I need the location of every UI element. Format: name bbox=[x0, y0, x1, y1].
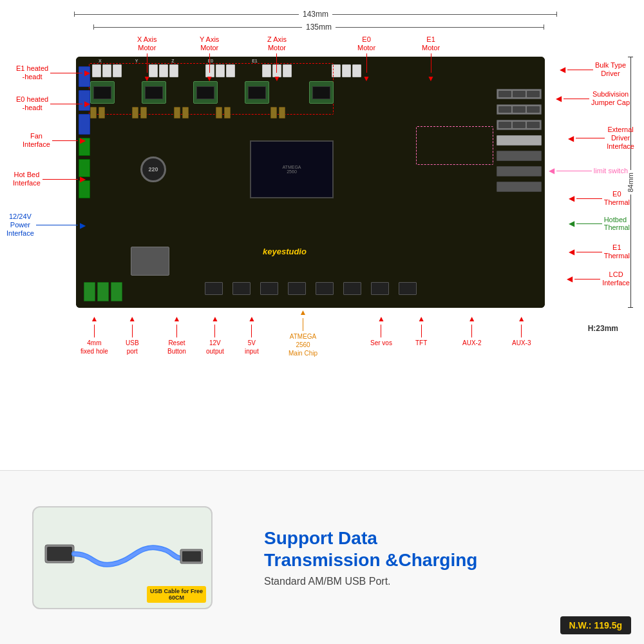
pcb-board: X Y Z E0 E1 bbox=[76, 57, 545, 308]
annotation-e1-thermal: E1Thermal ◀ bbox=[569, 243, 630, 260]
annotation-aux2: ▲ AUX-2 bbox=[462, 314, 481, 347]
main-container: 143mm 135mm X Y Z E0 E1 bbox=[0, 0, 644, 644]
bottom-section: USB Cable for Free60CM Support DataTrans… bbox=[0, 470, 644, 644]
annotation-hotbed-thermal: HotbedThermal ◀ bbox=[569, 216, 630, 231]
annotation-e0-heated: E0 heated-headt ▶ bbox=[16, 95, 90, 112]
annotation-y-motor: Y AxisMotor ▼ bbox=[200, 35, 219, 83]
dimension-h23: H:23mm bbox=[588, 322, 618, 334]
annotation-5v-in: ▲ 5Vinput bbox=[245, 314, 259, 355]
annotation-lcd: LCDInterface ◀ bbox=[567, 270, 630, 287]
annotation-e1-motor: E1Motor ▼ bbox=[422, 35, 440, 83]
annotation-limit-switch: limit switch ◀ bbox=[549, 166, 628, 175]
support-subtitle: Standard AM/BM USB Port. bbox=[264, 576, 625, 587]
annotation-power: 12/24VPowerInterface ▶ bbox=[6, 213, 86, 238]
dimension-143mm: 143mm bbox=[74, 10, 557, 19]
annotation-aux3: ▲ AUX-3 bbox=[512, 314, 531, 347]
annotation-reset-btn: ▲ ResetButton bbox=[167, 314, 186, 355]
annotation-hotbed: Hot BedInterface ▶ bbox=[13, 171, 86, 187]
annotation-e0-motor: E0Motor ▼ bbox=[357, 35, 375, 83]
svg-rect-3 bbox=[182, 551, 201, 562]
svg-rect-1 bbox=[47, 547, 72, 561]
dim-143-label: 143mm bbox=[299, 10, 332, 19]
annotation-e0-thermal: E0Thermal ◀ bbox=[569, 190, 630, 207]
annotation-ext-driver: ExternalDriverInterface ◀ bbox=[568, 126, 634, 151]
annotation-x-motor: X AxisMotor ▼ bbox=[137, 35, 157, 83]
usb-section: USB Cable for Free60CM bbox=[0, 471, 245, 644]
annotation-e1-heated: E1 heated-headt ▶ bbox=[16, 64, 90, 81]
support-title: Support DataTransmission &Charging bbox=[264, 527, 625, 571]
dim-135-label: 135mm bbox=[302, 23, 336, 32]
dimension-135mm: 135mm bbox=[93, 23, 544, 32]
annotation-z-motor: Z AxisMotor ▼ bbox=[267, 35, 287, 83]
usb-cable-image: USB Cable for Free60CM bbox=[32, 506, 213, 609]
annotation-4mm-hole: ▲ 4mmfixed hole bbox=[80, 314, 108, 355]
annotation-subdivision: SubdivisionJumper Cap ◀ bbox=[556, 90, 630, 107]
annotation-tft: ▲ TFT bbox=[415, 314, 427, 347]
usb-cable-badge: USB Cable for Free60CM bbox=[147, 586, 206, 603]
annotation-atmega: ▲ ATMEGA2560Main Chip bbox=[289, 308, 317, 357]
weight-badge: N.W.: 119.5g bbox=[560, 616, 631, 634]
annotation-12v-out: ▲ 12Voutput bbox=[206, 314, 224, 355]
annotation-fan: FanInterface ▶ bbox=[23, 132, 86, 149]
annotation-servos: ▲ Ser vos bbox=[370, 314, 392, 347]
board-logo: keyestudio bbox=[263, 247, 307, 256]
annotation-usb-port: ▲ USBport bbox=[126, 314, 139, 355]
annotation-bulk-driver: Bulk TypeDriver ◀ bbox=[560, 61, 626, 78]
